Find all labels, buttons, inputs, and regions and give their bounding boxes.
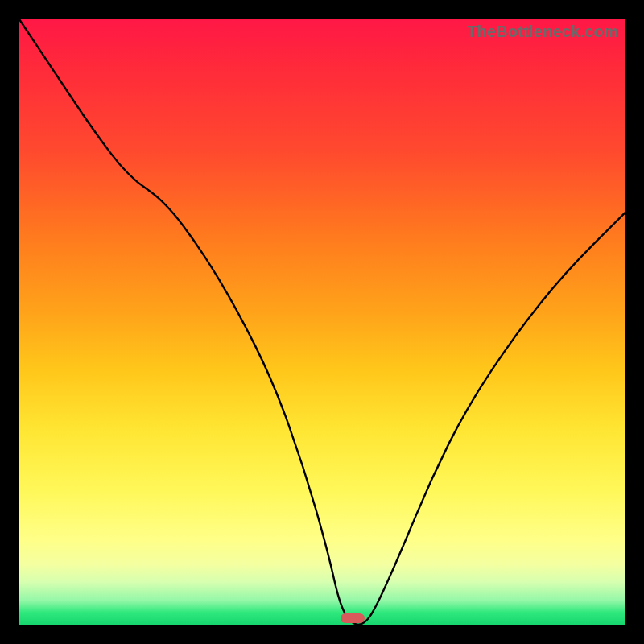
bottleneck-curve: [19, 19, 625, 625]
plot-area: TheBottleneck.com: [19, 19, 625, 625]
optimal-range-marker: [341, 613, 365, 623]
chart-frame: TheBottleneck.com: [0, 0, 644, 644]
